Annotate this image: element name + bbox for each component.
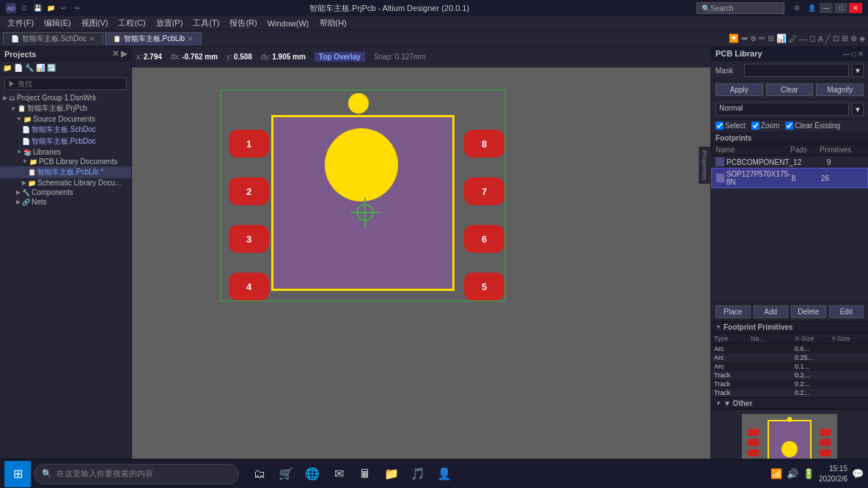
place-button[interactable]: Place	[716, 306, 751, 318]
taskbar-volume-icon[interactable]: 🔊	[787, 468, 798, 479]
close-button[interactable]: ✕	[849, 3, 862, 13]
other-header[interactable]: ▼ ▼ Other	[711, 398, 868, 410]
prim-6-name	[751, 389, 795, 396]
maximize-button[interactable]: □	[834, 3, 847, 13]
sidebar-toolbar-icon5[interactable]: 🔃	[47, 64, 56, 72]
menu-tools[interactable]: 工具(T)	[188, 17, 224, 29]
sidebar-arrow-icon[interactable]: ▶	[121, 49, 127, 59]
delete-button[interactable]: Delete	[791, 306, 826, 318]
toolbar-icon-11[interactable]: ╱	[825, 34, 831, 43]
sidebar-toolbar-icon3[interactable]: 🔧	[25, 64, 34, 72]
clear-existing-checkbox[interactable]	[785, 122, 793, 130]
zoom-check[interactable]: Zoom	[751, 122, 780, 130]
sidebar-search-input[interactable]	[4, 78, 127, 90]
tree-item-schdoc[interactable]: 📄 智能车主板.SchDoc	[0, 124, 131, 136]
clear-existing-check[interactable]: Clear Existing	[785, 122, 840, 130]
tab-schematic[interactable]: 📄 智能车主板.SchDoc ✕	[3, 32, 103, 45]
select-check[interactable]: Select	[716, 122, 746, 130]
clear-button[interactable]: Clear	[766, 84, 814, 96]
edit-button[interactable]: Edit	[829, 306, 864, 318]
canvas-area: x: 2.794 dx: -0.762 mm y: 0.508 dy: 1.90…	[132, 47, 710, 488]
system-clock[interactable]: 15:15 2020/2/6	[819, 464, 847, 484]
pcb-lib-close-icon[interactable]: ✕	[858, 50, 864, 58]
taskbar-battery-icon[interactable]: 🔋	[803, 468, 814, 479]
tree-item-schlib[interactable]: ▶ 📁 Schematic Library Docu...	[0, 178, 131, 188]
sidebar-close-icon[interactable]: ✕	[112, 49, 119, 59]
magnify-button[interactable]: Magnify	[816, 84, 864, 96]
menu-place[interactable]: 放置(P)	[152, 17, 188, 29]
tree-item-pcbdoc[interactable]: 📄 智能车主板.PcbDoc	[0, 136, 131, 147]
pcb-lib-expand-icon[interactable]: □	[852, 50, 856, 58]
toolbar-icon-10[interactable]: A	[818, 34, 823, 43]
tab-pcblib[interactable]: 📋 智能车主板.PcbLib ✕	[105, 32, 202, 45]
primitives-header[interactable]: ▼ Footprint Primitives	[711, 322, 868, 333]
tree-item-pcblib-docs[interactable]: ▼ 📁 PCB Library Documents	[0, 157, 131, 166]
schematic-tab-close[interactable]: ✕	[89, 35, 95, 42]
menu-edit[interactable]: 编辑(E)	[40, 17, 76, 29]
toolbar-icon-14[interactable]: ⊕	[850, 34, 857, 43]
tree-item-nets[interactable]: ▶ 🔗 Nets	[0, 197, 131, 207]
toolbar-icon-7[interactable]: 🖊	[789, 34, 797, 43]
tree-item-components[interactable]: ▶ 🔧 Components	[0, 188, 131, 197]
taskbar-icon-calc[interactable]: 🖩	[353, 462, 377, 486]
properties-side-tab[interactable]: Properties	[699, 147, 710, 184]
toolbar-icon-2[interactable]: ➡	[741, 34, 748, 43]
tree-item-projectgroup[interactable]: ▶ 🗂 Project Group 1.DsnWrk	[0, 93, 131, 103]
pcblib-tab-close[interactable]: ✕	[188, 35, 194, 42]
pcb-lib-minus-icon[interactable]: —	[843, 50, 850, 58]
mask-dropdown[interactable]: ▼	[852, 64, 864, 77]
title-search-box[interactable]: 🔍 Search	[696, 2, 784, 14]
taskbar-icon-folder[interactable]: 📁	[380, 462, 403, 486]
tree-arrow-components: ▶	[16, 189, 21, 196]
settings-icon[interactable]: ⚙	[790, 3, 803, 13]
taskbar-wifi-icon[interactable]: 📶	[770, 468, 782, 479]
apply-button[interactable]: Apply	[716, 84, 763, 96]
user-icon[interactable]: 👤	[805, 3, 818, 13]
tree-item-pcblib-active[interactable]: 📋 智能车主板.PcbLib *	[0, 166, 131, 178]
fp-row-1[interactable]: PCBCOMPONENT_1 2 9	[711, 156, 868, 168]
taskbar-icon-user[interactable]: 👤	[433, 462, 456, 486]
menu-file[interactable]: 文件(F)	[3, 17, 38, 29]
taskbar-icon-edge[interactable]: 🌐	[301, 462, 324, 486]
tree-item-source[interactable]: ▼ 📁 Source Documents	[0, 114, 131, 124]
taskbar-search-box[interactable]: 🔍 在这里输入你要搜索的内容	[34, 464, 239, 484]
pad-6: 6	[464, 225, 504, 253]
menu-view[interactable]: 视图(V)	[77, 17, 113, 29]
toolbar-icon-6[interactable]: 📊	[776, 34, 787, 43]
toolbar-icon-3[interactable]: ⊕	[750, 34, 757, 43]
toolbar-icon-1[interactable]: 🔽	[729, 34, 739, 43]
start-button[interactable]: ⊞	[4, 461, 31, 487]
taskbar-icon-music[interactable]: 🎵	[406, 462, 430, 486]
add-button[interactable]: Add	[754, 306, 789, 318]
notification-icon[interactable]: 💬	[852, 468, 864, 479]
tree-item-prjpcb[interactable]: ▼ 📋 智能车主板.PrjPcb	[0, 103, 131, 114]
toolbar-icon-5[interactable]: ⊞	[768, 34, 774, 43]
mask-input[interactable]	[744, 64, 849, 77]
toolbar-icon-4[interactable]: ✏	[759, 34, 765, 43]
menu-help[interactable]: 帮助(H)	[315, 17, 351, 29]
sidebar-toolbar-icon1[interactable]: 📁	[3, 64, 12, 72]
folder-icon: 📁	[45, 3, 56, 13]
menu-window[interactable]: Window(W)	[263, 18, 314, 29]
schematic-tab-icon: 📄	[11, 35, 19, 42]
normal-arrow[interactable]: ▼	[852, 103, 864, 116]
toolbar-icon-9[interactable]: ◻	[809, 34, 816, 43]
sidebar-toolbar-icon2[interactable]: 📄	[14, 64, 23, 72]
toolbar-icon-8[interactable]: —	[799, 34, 807, 43]
sidebar-toolbar-icon4[interactable]: 📊	[36, 64, 45, 72]
fp-row-2[interactable]: SOP127P570X175-8N 8 26	[711, 168, 868, 188]
taskbar-icon-explorer[interactable]: 🗂	[248, 462, 271, 486]
tree-item-libraries[interactable]: ▼ 📚 Libraries	[0, 147, 131, 157]
pcb-canvas[interactable]: 1 2 3 4 8 7 6 5	[132, 67, 710, 488]
menu-project[interactable]: 工程(C)	[114, 17, 150, 29]
taskbar-icon-mail[interactable]: ✉	[327, 462, 350, 486]
menu-reports[interactable]: 报告(R)	[225, 17, 261, 29]
taskbar-icon-store[interactable]: 🛒	[274, 462, 298, 486]
minimize-button[interactable]: —	[820, 3, 833, 13]
zoom-checkbox[interactable]	[751, 122, 760, 130]
select-checkbox[interactable]	[716, 122, 724, 130]
toolbar-icon-15[interactable]: ◈	[859, 34, 865, 43]
toolbar-icon-12[interactable]: ⊡	[833, 34, 839, 43]
normal-select[interactable]: Normal	[716, 103, 849, 116]
toolbar-icon-13[interactable]: ⊞	[842, 34, 848, 43]
